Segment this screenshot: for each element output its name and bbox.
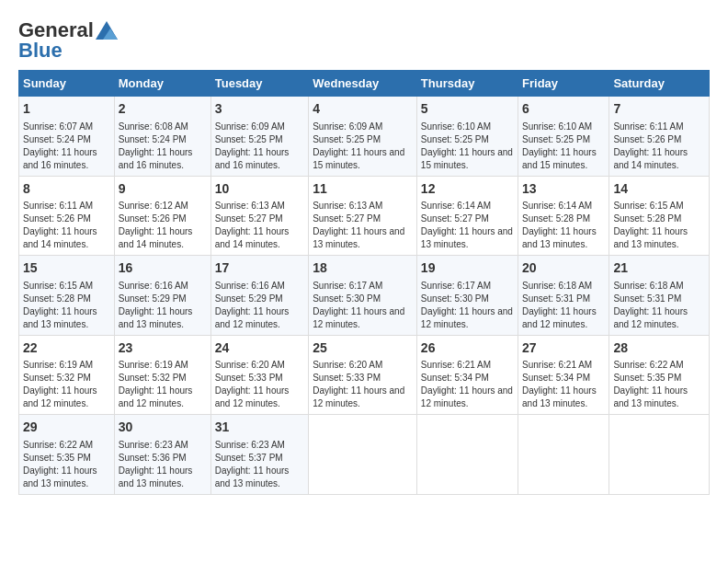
day-number: 2 <box>119 100 207 119</box>
calendar-week-row: 22Sunrise: 6:19 AMSunset: 5:32 PMDayligh… <box>19 335 710 415</box>
day-info: Sunrise: 6:16 AMSunset: 5:29 PMDaylight:… <box>119 280 207 331</box>
day-info: Sunrise: 6:13 AMSunset: 5:27 PMDaylight:… <box>313 200 413 251</box>
logo-blue: Blue <box>18 39 63 63</box>
calendar-cell: 25Sunrise: 6:20 AMSunset: 5:33 PMDayligh… <box>309 335 417 415</box>
calendar-cell: 4Sunrise: 6:09 AMSunset: 5:25 PMDaylight… <box>309 97 417 177</box>
day-info: Sunrise: 6:09 AMSunset: 5:25 PMDaylight:… <box>215 121 304 172</box>
calendar-cell: 21Sunrise: 6:18 AMSunset: 5:31 PMDayligh… <box>609 256 710 336</box>
day-number: 16 <box>119 259 207 278</box>
calendar-week-row: 29Sunrise: 6:22 AMSunset: 5:35 PMDayligh… <box>19 415 710 495</box>
day-info: Sunrise: 6:15 AMSunset: 5:28 PMDaylight:… <box>23 280 110 331</box>
calendar-cell: 8Sunrise: 6:11 AMSunset: 5:26 PMDaylight… <box>19 176 115 256</box>
day-info: Sunrise: 6:14 AMSunset: 5:27 PMDaylight:… <box>421 200 514 251</box>
calendar-cell: 13Sunrise: 6:14 AMSunset: 5:28 PMDayligh… <box>518 176 609 256</box>
day-info: Sunrise: 6:07 AMSunset: 5:24 PMDaylight:… <box>23 121 110 172</box>
day-info: Sunrise: 6:10 AMSunset: 5:25 PMDaylight:… <box>421 121 514 172</box>
calendar-cell: 18Sunrise: 6:17 AMSunset: 5:30 PMDayligh… <box>309 256 417 336</box>
calendar-cell <box>518 415 609 495</box>
day-number: 25 <box>313 339 413 358</box>
calendar-cell: 20Sunrise: 6:18 AMSunset: 5:31 PMDayligh… <box>518 256 609 336</box>
header-cell-wednesday: Wednesday <box>309 71 417 97</box>
day-info: Sunrise: 6:08 AMSunset: 5:24 PMDaylight:… <box>119 121 207 172</box>
day-info: Sunrise: 6:13 AMSunset: 5:27 PMDaylight:… <box>215 200 304 251</box>
day-info: Sunrise: 6:09 AMSunset: 5:25 PMDaylight:… <box>313 121 413 172</box>
day-number: 5 <box>421 100 514 119</box>
day-info: Sunrise: 6:15 AMSunset: 5:28 PMDaylight:… <box>613 200 705 251</box>
day-number: 28 <box>613 339 705 358</box>
day-number: 27 <box>522 339 605 358</box>
day-info: Sunrise: 6:19 AMSunset: 5:32 PMDaylight:… <box>119 359 207 410</box>
day-number: 4 <box>313 100 413 119</box>
day-number: 30 <box>119 419 207 437</box>
calendar-body: 1Sunrise: 6:07 AMSunset: 5:24 PMDaylight… <box>19 97 710 495</box>
logo: General Blue <box>18 18 118 63</box>
day-number: 23 <box>119 339 207 358</box>
calendar-cell: 27Sunrise: 6:21 AMSunset: 5:34 PMDayligh… <box>518 335 609 415</box>
calendar-week-row: 8Sunrise: 6:11 AMSunset: 5:26 PMDaylight… <box>19 176 710 256</box>
calendar-cell: 23Sunrise: 6:19 AMSunset: 5:32 PMDayligh… <box>114 335 210 415</box>
calendar-cell: 14Sunrise: 6:15 AMSunset: 5:28 PMDayligh… <box>609 176 710 256</box>
calendar-week-row: 1Sunrise: 6:07 AMSunset: 5:24 PMDaylight… <box>19 97 710 177</box>
day-number: 24 <box>215 339 304 358</box>
header-cell-tuesday: Tuesday <box>210 71 308 97</box>
day-info: Sunrise: 6:14 AMSunset: 5:28 PMDaylight:… <box>522 200 605 251</box>
day-number: 11 <box>313 180 413 199</box>
day-info: Sunrise: 6:20 AMSunset: 5:33 PMDaylight:… <box>313 359 413 410</box>
calendar-table: SundayMondayTuesdayWednesdayThursdayFrid… <box>18 70 710 495</box>
day-number: 13 <box>522 180 605 199</box>
day-number: 7 <box>613 100 705 119</box>
day-info: Sunrise: 6:11 AMSunset: 5:26 PMDaylight:… <box>613 121 705 172</box>
calendar-cell <box>416 415 518 495</box>
day-number: 14 <box>613 180 705 199</box>
calendar-cell: 5Sunrise: 6:10 AMSunset: 5:25 PMDaylight… <box>416 97 518 177</box>
header-cell-friday: Friday <box>518 71 609 97</box>
calendar-cell: 6Sunrise: 6:10 AMSunset: 5:25 PMDaylight… <box>518 97 609 177</box>
calendar-cell: 17Sunrise: 6:16 AMSunset: 5:29 PMDayligh… <box>210 256 308 336</box>
calendar-cell: 9Sunrise: 6:12 AMSunset: 5:26 PMDaylight… <box>114 176 210 256</box>
calendar-cell <box>309 415 417 495</box>
calendar-cell <box>609 415 710 495</box>
day-number: 15 <box>23 259 110 278</box>
calendar-cell: 28Sunrise: 6:22 AMSunset: 5:35 PMDayligh… <box>609 335 710 415</box>
header-cell-monday: Monday <box>114 71 210 97</box>
calendar-cell: 12Sunrise: 6:14 AMSunset: 5:27 PMDayligh… <box>416 176 518 256</box>
day-number: 9 <box>119 180 207 199</box>
calendar-cell: 26Sunrise: 6:21 AMSunset: 5:34 PMDayligh… <box>416 335 518 415</box>
day-number: 19 <box>421 259 514 278</box>
day-number: 8 <box>23 180 110 199</box>
day-info: Sunrise: 6:21 AMSunset: 5:34 PMDaylight:… <box>522 359 605 410</box>
day-number: 26 <box>421 339 514 358</box>
header-cell-sunday: Sunday <box>19 71 115 97</box>
day-info: Sunrise: 6:20 AMSunset: 5:33 PMDaylight:… <box>215 359 304 410</box>
header-cell-thursday: Thursday <box>416 71 518 97</box>
calendar-cell: 24Sunrise: 6:20 AMSunset: 5:33 PMDayligh… <box>210 335 308 415</box>
day-info: Sunrise: 6:23 AMSunset: 5:36 PMDaylight:… <box>119 439 207 490</box>
day-number: 22 <box>23 339 110 358</box>
day-info: Sunrise: 6:17 AMSunset: 5:30 PMDaylight:… <box>421 280 514 331</box>
calendar-cell: 16Sunrise: 6:16 AMSunset: 5:29 PMDayligh… <box>114 256 210 336</box>
calendar-cell: 11Sunrise: 6:13 AMSunset: 5:27 PMDayligh… <box>309 176 417 256</box>
day-info: Sunrise: 6:21 AMSunset: 5:34 PMDaylight:… <box>421 359 514 410</box>
calendar-cell: 10Sunrise: 6:13 AMSunset: 5:27 PMDayligh… <box>210 176 308 256</box>
day-info: Sunrise: 6:18 AMSunset: 5:31 PMDaylight:… <box>522 280 605 331</box>
calendar-header: SundayMondayTuesdayWednesdayThursdayFrid… <box>19 71 710 97</box>
day-info: Sunrise: 6:23 AMSunset: 5:37 PMDaylight:… <box>215 439 304 490</box>
day-number: 18 <box>313 259 413 278</box>
day-number: 10 <box>215 180 304 199</box>
calendar-cell: 1Sunrise: 6:07 AMSunset: 5:24 PMDaylight… <box>19 97 115 177</box>
calendar-cell: 31Sunrise: 6:23 AMSunset: 5:37 PMDayligh… <box>210 415 308 495</box>
header-cell-saturday: Saturday <box>609 71 710 97</box>
day-number: 31 <box>215 419 304 437</box>
day-number: 1 <box>23 100 110 119</box>
calendar-cell: 22Sunrise: 6:19 AMSunset: 5:32 PMDayligh… <box>19 335 115 415</box>
day-info: Sunrise: 6:12 AMSunset: 5:26 PMDaylight:… <box>119 200 207 251</box>
day-info: Sunrise: 6:22 AMSunset: 5:35 PMDaylight:… <box>23 439 110 490</box>
day-info: Sunrise: 6:19 AMSunset: 5:32 PMDaylight:… <box>23 359 110 410</box>
calendar-week-row: 15Sunrise: 6:15 AMSunset: 5:28 PMDayligh… <box>19 256 710 336</box>
calendar-cell: 7Sunrise: 6:11 AMSunset: 5:26 PMDaylight… <box>609 97 710 177</box>
calendar-cell: 19Sunrise: 6:17 AMSunset: 5:30 PMDayligh… <box>416 256 518 336</box>
day-number: 21 <box>613 259 705 278</box>
day-number: 29 <box>23 419 110 437</box>
calendar-cell: 3Sunrise: 6:09 AMSunset: 5:25 PMDaylight… <box>210 97 308 177</box>
day-info: Sunrise: 6:11 AMSunset: 5:26 PMDaylight:… <box>23 200 110 251</box>
